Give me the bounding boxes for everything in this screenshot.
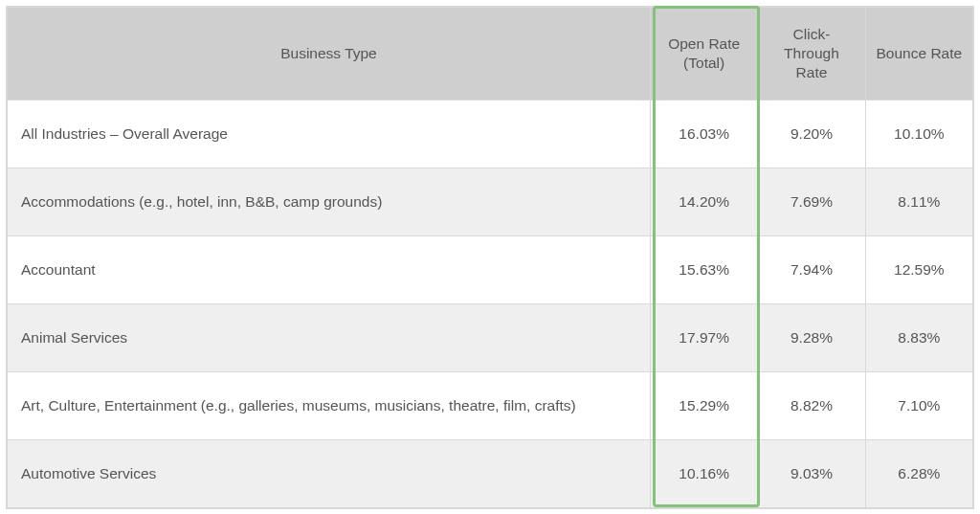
cell-open: 10.16% xyxy=(650,440,757,508)
table-row: Art, Culture, Entertainment (e.g., galle… xyxy=(8,372,973,440)
cell-open: 16.03% xyxy=(650,101,757,168)
header-row: Business Type Open Rate (Total) Click-Th… xyxy=(8,8,973,101)
table-row: Accommodations (e.g., hotel, inn, B&B, c… xyxy=(8,168,973,236)
cell-bounce: 12.59% xyxy=(865,236,972,304)
cell-ctr: 7.94% xyxy=(758,236,865,304)
cell-open: 17.97% xyxy=(650,304,757,372)
header-open-rate: Open Rate (Total) xyxy=(650,8,757,101)
cell-bounce: 8.11% xyxy=(865,168,972,236)
cell-bounce: 10.10% xyxy=(865,101,972,168)
cell-ctr: 7.69% xyxy=(758,168,865,236)
cell-label: Accountant xyxy=(8,236,651,304)
cell-label: Accommodations (e.g., hotel, inn, B&B, c… xyxy=(8,168,651,236)
cell-bounce: 6.28% xyxy=(865,440,972,508)
cell-ctr: 9.28% xyxy=(758,304,865,372)
cell-label: All Industries – Overall Average xyxy=(8,101,651,168)
header-business-type: Business Type xyxy=(8,8,651,101)
cell-ctr: 9.03% xyxy=(758,440,865,508)
benchmark-table: Business Type Open Rate (Total) Click-Th… xyxy=(7,7,973,508)
table-row: All Industries – Overall Average 16.03% … xyxy=(8,101,973,168)
cell-ctr: 8.82% xyxy=(758,372,865,440)
cell-ctr: 9.20% xyxy=(758,101,865,168)
cell-open: 15.63% xyxy=(650,236,757,304)
table-row: Animal Services 17.97% 9.28% 8.83% xyxy=(8,304,973,372)
cell-open: 14.20% xyxy=(650,168,757,236)
header-bounce: Bounce Rate xyxy=(865,8,972,101)
table-row: Automotive Services 10.16% 9.03% 6.28% xyxy=(8,440,973,508)
table-row: Accountant 15.63% 7.94% 12.59% xyxy=(8,236,973,304)
cell-bounce: 7.10% xyxy=(865,372,972,440)
cell-bounce: 8.83% xyxy=(865,304,972,372)
cell-label: Animal Services xyxy=(8,304,651,372)
cell-label: Automotive Services xyxy=(8,440,651,508)
benchmark-table-wrap: Business Type Open Rate (Total) Click-Th… xyxy=(6,6,974,509)
cell-open: 15.29% xyxy=(650,372,757,440)
header-ctr: Click-Through Rate xyxy=(758,8,865,101)
cell-label: Art, Culture, Entertainment (e.g., galle… xyxy=(8,372,651,440)
